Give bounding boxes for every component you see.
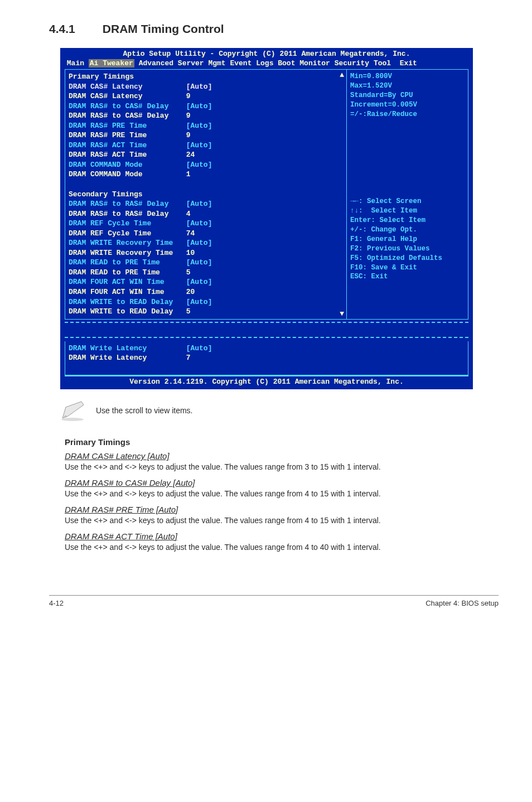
- setting-row[interactable]: DRAM WRITE to READ Delay 5: [69, 307, 343, 317]
- setting-row[interactable]: DRAM Write Latency [Auto]: [69, 344, 465, 354]
- setting-row[interactable]: DRAM WRITE Recovery Time 10: [69, 248, 343, 258]
- help-line: F10: Save & Exit: [350, 263, 465, 273]
- setting-row[interactable]: DRAM RAS# to CAS# Delay 9: [69, 111, 343, 121]
- help-line: F1: General Help: [350, 235, 465, 244]
- bios-settings-list[interactable]: ▲ Primary Timings DRAM CAS# Latency [Aut…: [65, 69, 347, 320]
- help-line: F2: Previous Values: [350, 244, 465, 254]
- bios-settings-list-continued[interactable]: DRAM Write Latency [Auto]DRAM Write Late…: [65, 341, 468, 376]
- setting-row[interactable]: DRAM WRITE Recovery Time [Auto]: [69, 238, 343, 248]
- help-line: Max=1.520V: [350, 81, 465, 91]
- setting-row[interactable]: DRAM CAS# Latency [Auto]: [69, 82, 343, 92]
- setting-doc-text: Use the <+> and <-> keys to adjust the v…: [65, 515, 499, 526]
- page-number: 4-12: [49, 599, 64, 607]
- setting-doc-text: Use the <+> and <-> keys to adjust the v…: [65, 462, 499, 472]
- setting-row[interactable]: DRAM FOUR ACT WIN Time 20: [69, 287, 343, 297]
- setting-row[interactable]: DRAM RAS# to RAS# Delay 4: [69, 209, 343, 219]
- tab-active[interactable]: Ai Tweaker: [89, 59, 134, 67]
- page-footer: 4-12 Chapter 4: BIOS setup: [49, 595, 499, 607]
- help-line: Increment=0.005V: [350, 100, 465, 110]
- setting-row[interactable]: DRAM RAS# PRE Time [Auto]: [69, 121, 343, 131]
- help-line: →←: Select Screen: [350, 197, 465, 206]
- setting-doc-title: DRAM RAS# PRE Time [Auto]: [65, 505, 499, 514]
- setting-doc-title: DRAM RAS# ACT Time [Auto]: [65, 532, 499, 541]
- section-heading: 4.4.1 DRAM Timing Control: [49, 22, 499, 36]
- bios-panel: Aptio Setup Utility - Copyright (C) 2011…: [60, 48, 473, 334]
- section-title-text: DRAM Timing Control: [103, 22, 224, 35]
- tabs-post: Advanced Server Mgmt Event Logs Boot Mon…: [134, 59, 417, 67]
- note-pencil-icon: [59, 399, 86, 422]
- setting-row[interactable]: DRAM RAS# to RAS# Delay [Auto]: [69, 199, 343, 209]
- scroll-up-icon[interactable]: ▲: [340, 71, 344, 79]
- setting-row[interactable]: DRAM FOUR ACT WIN Time [Auto]: [69, 277, 343, 287]
- note-text: Use the scroll to view items.: [96, 399, 193, 415]
- setting-row[interactable]: DRAM COMMAND Mode [Auto]: [69, 160, 343, 170]
- help-line: ↑↓: Select Item: [350, 206, 465, 216]
- secondary-timings-header: Secondary Timings: [69, 190, 343, 200]
- bios-panel-continued: DRAM Write Latency [Auto]DRAM Write Late…: [60, 334, 473, 390]
- setting-row[interactable]: DRAM RAS# PRE Time 9: [69, 131, 343, 141]
- help-line: Standard=By CPU: [350, 91, 465, 100]
- section-number: 4.4.1: [49, 22, 99, 36]
- setting-row[interactable]: DRAM REF Cycle Time 74: [69, 229, 343, 239]
- primary-timings-header: Primary Timings: [69, 72, 343, 82]
- setting-doc-title: DRAM RAS# to CAS# Delay [Auto]: [65, 478, 499, 487]
- bios-version-footer: Version 2.14.1219. Copyright (C) 2011 Am…: [65, 375, 468, 386]
- tabs-pre: Main: [62, 59, 89, 67]
- bios-title: Aptio Setup Utility - Copyright (C) 2011…: [60, 48, 473, 59]
- help-line: Min=0.800V: [350, 72, 465, 81]
- setting-row[interactable]: DRAM CAS# Latency 9: [69, 91, 343, 102]
- setting-row[interactable]: DRAM READ to PRE Time [Auto]: [69, 258, 343, 268]
- help-line: =/-:Raise/Reduce: [350, 110, 465, 119]
- setting-row[interactable]: DRAM COMMAND Mode 1: [69, 170, 343, 180]
- setting-row[interactable]: DRAM REF Cycle Time [Auto]: [69, 219, 343, 229]
- primary-timings-heading: Primary Timings: [65, 437, 499, 447]
- setting-doc-text: Use the <+> and <-> keys to adjust the v…: [65, 542, 499, 553]
- help-line: +/-: Change Opt.: [350, 225, 465, 235]
- setting-row[interactable]: DRAM RAS# to CAS# Delay [Auto]: [69, 102, 343, 112]
- setting-row[interactable]: DRAM READ to PRE Time 5: [69, 268, 343, 278]
- setting-doc-title: DRAM CAS# Latency [Auto]: [65, 451, 499, 461]
- chapter-label: Chapter 4: BIOS setup: [425, 599, 499, 607]
- help-line: F5: Optimized Defaults: [350, 254, 465, 263]
- setting-row[interactable]: DRAM WRITE to READ Delay [Auto]: [69, 297, 343, 307]
- setting-row[interactable]: DRAM RAS# ACT Time [Auto]: [69, 141, 343, 151]
- scroll-down-icon[interactable]: ▼: [340, 310, 344, 318]
- svg-point-0: [61, 418, 84, 421]
- help-line: Enter: Select Item: [350, 216, 465, 225]
- setting-row[interactable]: DRAM Write Latency 7: [69, 353, 465, 363]
- bios-tab-bar: Main Ai Tweaker Advanced Server Mgmt Eve…: [60, 59, 473, 69]
- bios-help-panel: Min=0.800VMax=1.520VStandard=By CPUIncre…: [347, 69, 468, 320]
- setting-doc-text: Use the <+> and <-> keys to adjust the v…: [65, 489, 499, 499]
- help-line: ESC: Exit: [350, 272, 465, 282]
- setting-row[interactable]: DRAM RAS# ACT Time 24: [69, 150, 343, 160]
